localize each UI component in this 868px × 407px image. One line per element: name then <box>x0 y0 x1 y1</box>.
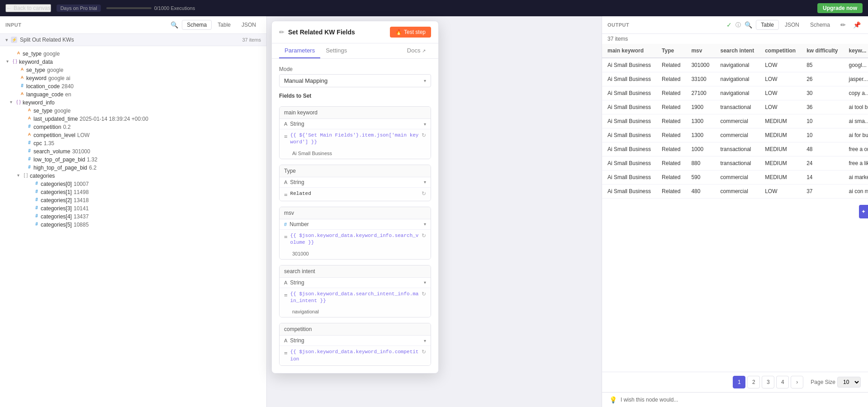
tree-val: 2025-01-14 18:39:24 +00:00 <box>80 116 148 122</box>
table-cell: Related <box>656 185 686 199</box>
tree-val: 301000 <box>72 148 90 155</box>
next-page-button[interactable]: › <box>791 376 803 388</box>
table-cell: transactional <box>715 100 759 114</box>
trial-badge: Days on Pro trial <box>57 5 100 12</box>
tree-val: 10141 <box>74 205 89 212</box>
flame-icon: 🔥 <box>395 29 402 35</box>
mode-select[interactable]: Manual Mapping ▾ <box>279 74 431 87</box>
table-cell: 37 <box>801 185 843 199</box>
refresh-button[interactable]: ↻ <box>422 291 426 297</box>
table-cell: 14 <box>801 170 843 185</box>
chevron-down-icon[interactable]: ▾ <box>424 338 426 343</box>
field-expression[interactable]: Related <box>290 190 419 197</box>
refresh-button[interactable]: ↻ <box>422 349 426 355</box>
output-search-button[interactable]: 🔍 <box>745 21 752 28</box>
page-size-label: Page Size <box>811 379 835 385</box>
table-row: Ai Small BusinessRelated27100navigationa… <box>602 86 868 100</box>
table-cell: Related <box>656 100 686 114</box>
bottom-bar: 💡 I wish this node would... <box>602 392 868 407</box>
field-expr-row: = {{ $json.keyword_data.keyword_info.sea… <box>280 230 431 249</box>
collapse-icon[interactable]: ▾ <box>5 37 8 43</box>
obj-icon: { } <box>14 99 23 104</box>
chevron-down-icon[interactable]: ▾ <box>424 222 426 227</box>
chevron-down-icon[interactable]: ▾ <box>424 122 426 127</box>
tab-parameters[interactable]: Parameters <box>279 43 320 58</box>
refresh-button[interactable]: ↻ <box>422 132 426 138</box>
equals-sign: = <box>284 191 288 198</box>
output-count: 37 items <box>602 34 868 44</box>
hash-icon: # <box>33 205 41 210</box>
tab-schema-output[interactable]: Schema <box>805 20 835 30</box>
table-cell: Ai Small Business <box>602 72 656 86</box>
page-2-button[interactable]: 2 <box>747 376 760 388</box>
ai-assistant-button[interactable]: ✦ <box>859 205 868 218</box>
chevron-down-icon[interactable]: ▾ <box>424 280 426 285</box>
input-tabs: Schema Table JSON <box>182 20 261 30</box>
a-icon: A <box>14 51 23 55</box>
input-panel: INPUT 🔍 Schema Table JSON ▾ ⚡ Split Out … <box>0 16 267 407</box>
tree-row: A keyword google ai <box>0 74 266 82</box>
exec-progress-bar <box>106 7 152 9</box>
tree-key: categories <box>30 173 55 179</box>
field-expression[interactable]: {{ $json.keyword_data.keyword_info.compe… <box>290 349 419 363</box>
table-row: Ai Small BusinessRelated1000transactiona… <box>602 142 868 156</box>
upgrade-button[interactable]: Upgrade now <box>817 3 863 13</box>
field-name: competition <box>280 323 431 336</box>
refresh-button[interactable]: ↻ <box>422 190 426 197</box>
tab-table-input[interactable]: Table <box>213 20 236 30</box>
table-cell: commercial <box>715 170 759 185</box>
output-table-wrapper[interactable]: main keyword Type msv search intent comp… <box>602 44 868 372</box>
pencil-icon: ✏ <box>279 28 285 36</box>
page-size-select[interactable]: 10 25 50 <box>837 377 861 388</box>
tree-row: A competition_level LOW <box>0 131 266 139</box>
chevron-down-icon[interactable]: ▾ <box>424 180 426 185</box>
edit-icon-button[interactable]: ✏ <box>839 20 848 29</box>
table-cell: 590 <box>686 170 715 185</box>
table-cell: navigational <box>715 58 759 72</box>
tree-row: A language_code en <box>0 90 266 99</box>
test-step-button[interactable]: 🔥 Test step <box>390 27 431 38</box>
tree-row: # low_top_of_page_bid 1.32 <box>0 156 266 164</box>
tab-settings[interactable]: Settings <box>320 43 352 58</box>
tree-val: 2840 <box>62 83 74 90</box>
tab-schema-input[interactable]: Schema <box>182 20 212 30</box>
back-button[interactable]: ← Back to canvas <box>5 4 51 12</box>
input-search-button[interactable]: 🔍 <box>171 21 178 28</box>
table-cell: 26 <box>801 72 843 86</box>
field-expression[interactable]: {{ $json.keyword_data.search_intent_info… <box>290 291 419 305</box>
tree-val: 10885 <box>74 222 89 228</box>
a-type-icon: A <box>284 180 287 185</box>
refresh-button[interactable]: ↻ <box>422 232 426 239</box>
tree-toggle[interactable]: ▾ <box>4 59 11 64</box>
hash-icon: # <box>25 156 33 161</box>
tree-toggle[interactable]: ▾ <box>14 173 22 178</box>
tree-row: A last_updated_time 2025-01-14 18:39:24 … <box>0 115 266 123</box>
tab-json-output[interactable]: JSON <box>780 20 804 30</box>
hash-icon: # <box>25 165 33 170</box>
tree-row: # categories[5] 10885 <box>0 221 266 229</box>
table-cell: MEDIUM <box>759 170 801 185</box>
table-cell: 1900 <box>686 100 715 114</box>
page-4-button[interactable]: 4 <box>776 376 789 388</box>
hash-icon: # <box>33 222 41 227</box>
tree-val: LOW <box>77 132 90 138</box>
field-expression[interactable]: {{ $json.keyword_data.keyword_info.searc… <box>290 232 419 246</box>
field-type-label: String <box>290 179 421 185</box>
tree-row: # categories[1] 11498 <box>0 188 266 196</box>
table-cell: 1300 <box>686 128 715 142</box>
field-expression[interactable]: {{ ${'Set Main Fields'}.item.json['main … <box>290 132 419 146</box>
table-cell: Ai Small Business <box>602 86 656 100</box>
page-3-button[interactable]: 3 <box>762 376 774 388</box>
tab-json-input[interactable]: JSON <box>237 20 261 30</box>
equals-sign: = <box>284 292 288 298</box>
pin-icon-button[interactable]: 📌 <box>851 20 863 29</box>
tab-docs[interactable]: Docs ↗ <box>402 43 431 58</box>
info-icon[interactable]: ⓘ <box>735 21 741 29</box>
tab-table-output[interactable]: Table <box>756 20 779 30</box>
page-1-button[interactable]: 1 <box>733 376 745 388</box>
table-cell: 24 <box>801 156 843 170</box>
back-label: Back to canvas <box>14 5 50 11</box>
tree-toggle[interactable]: ▾ <box>7 99 14 104</box>
tree-val: google <box>54 108 71 114</box>
obj-icon: { } <box>11 59 19 64</box>
